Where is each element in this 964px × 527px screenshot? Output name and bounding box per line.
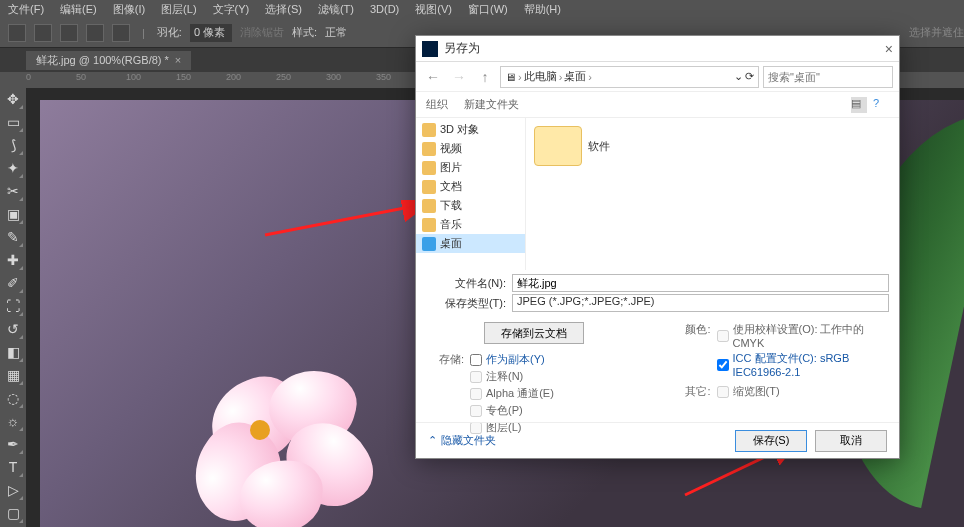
folder-icon [534,126,582,166]
path-tool[interactable]: ▷ [2,479,24,501]
breadcrumb-segment[interactable]: 桌面 [564,69,586,84]
filename-input[interactable] [512,274,889,292]
menu-window[interactable]: 窗口(W) [468,2,508,17]
pc-icon: 🖥 [505,71,516,83]
selection-add-icon[interactable] [60,24,78,42]
chk-copy[interactable]: 作为副本(Y) [470,352,643,367]
chevron-up-icon: ⌃ [428,434,437,447]
tree-item-selected: 桌面 [416,234,525,253]
ps-icon [422,41,438,57]
history-brush-tool[interactable]: ↺ [2,318,24,340]
crop-tool[interactable]: ✂ [2,180,24,202]
breadcrumb[interactable]: 🖥 › 此电脑 › 桌面 › ⌄ ⟳ [500,66,759,88]
help-icon[interactable]: ? [873,97,889,113]
gradient-tool[interactable]: ▦ [2,364,24,386]
dialog-toolbar: 组织 新建文件夹 ▤ ? [416,92,899,118]
menu-edit[interactable]: 编辑(E) [60,2,97,17]
annotation-arrow [260,200,430,240]
lasso-tool[interactable]: ⟆ [2,134,24,156]
select-mask-button[interactable]: 选择并遮住 [909,25,964,40]
tree-item: 音乐 [416,215,525,234]
document-tab[interactable]: 鲜花.jpg @ 100%(RGB/8) * × [26,51,191,70]
eyedropper-tool[interactable]: ✎ [2,226,24,248]
style-label: 样式: [292,25,317,40]
menu-3d[interactable]: 3D(D) [370,3,399,15]
antialias-label: 消除锯齿 [240,25,284,40]
folder-tree[interactable]: 3D 对象 视频 图片 文档 下载 音乐 桌面 [416,118,526,270]
main-menu-bar: 文件(F) 编辑(E) 图像(I) 图层(L) 文字(Y) 选择(S) 滤镜(T… [0,0,964,18]
healing-tool[interactable]: ✚ [2,249,24,271]
type-tool[interactable]: T [2,456,24,478]
filetype-combo[interactable]: JPEG (*.JPG;*.JPEG;*.JPE) [512,294,889,312]
menu-file[interactable]: 文件(F) [8,2,44,17]
chk-notes: 注释(N) [470,369,643,384]
folder-name: 软件 [588,139,610,154]
refresh-icon[interactable]: ⟳ [745,70,754,83]
pen-tool[interactable]: ✒ [2,433,24,455]
file-list[interactable]: 软件 [526,118,899,270]
menu-image[interactable]: 图像(I) [113,2,145,17]
menu-select[interactable]: 选择(S) [265,2,302,17]
feather-input[interactable] [190,24,232,42]
tree-item: 图片 [416,158,525,177]
tool-panel: ✥ ▭ ⟆ ✦ ✂ ▣ ✎ ✚ ✐ ⛶ ↺ ◧ ▦ ◌ ☼ ✒ T ▷ ▢ [0,72,26,527]
folder-item[interactable]: 软件 [534,126,610,166]
save-button[interactable]: 保存(S) [735,430,807,452]
tree-item: 3D 对象 [416,120,525,139]
search-input[interactable] [763,66,893,88]
organize-button[interactable]: 组织 [426,97,448,112]
dropdown-icon[interactable]: ⌄ [734,70,743,83]
menu-type[interactable]: 文字(Y) [213,2,250,17]
cancel-button[interactable]: 取消 [815,430,887,452]
tree-item: 文档 [416,177,525,196]
shape-tool[interactable]: ▢ [2,502,24,524]
nav-up-icon[interactable]: ↑ [474,66,496,88]
tool-preset-icon[interactable] [8,24,26,42]
menu-view[interactable]: 视图(V) [415,2,452,17]
wand-tool[interactable]: ✦ [2,157,24,179]
other-options-label: 其它: [673,384,711,401]
dialog-titlebar: 另存为 × [416,36,899,62]
chk-icc[interactable]: ICC 配置文件(C): sRGB IEC61966-2.1 [717,351,890,378]
stamp-tool[interactable]: ⛶ [2,295,24,317]
menu-help[interactable]: 帮助(H) [524,2,561,17]
new-folder-button[interactable]: 新建文件夹 [464,97,519,112]
menu-layer[interactable]: 图层(L) [161,2,196,17]
chk-proof: 使用校样设置(O): 工作中的 CMYK [717,322,890,349]
feather-label: 羽化: [157,25,182,40]
dialog-nav: ← → ↑ 🖥 › 此电脑 › 桌面 › ⌄ ⟳ [416,62,899,92]
brush-tool[interactable]: ✐ [2,272,24,294]
save-as-dialog: 另存为 × ← → ↑ 🖥 › 此电脑 › 桌面 › ⌄ ⟳ 组织 新建文件夹 … [415,35,900,459]
tree-item: 视频 [416,139,525,158]
filename-label: 文件名(N): [426,276,506,291]
selection-subtract-icon[interactable] [86,24,104,42]
hide-folders-link[interactable]: ⌃ 隐藏文件夹 [428,433,496,448]
options-separator: | [142,27,145,39]
dodge-tool[interactable]: ☼ [2,410,24,432]
nav-forward-icon[interactable]: → [448,66,470,88]
chk-alpha: Alpha 通道(E) [470,386,643,401]
view-options-icon[interactable]: ▤ [851,97,867,113]
document-tab-label: 鲜花.jpg @ 100%(RGB/8) * [36,53,169,68]
eraser-tool[interactable]: ◧ [2,341,24,363]
style-value[interactable]: 正常 [325,25,347,40]
tree-item: 下载 [416,196,525,215]
save-to-cloud-button[interactable]: 存储到云文档 [484,322,584,344]
move-tool[interactable]: ✥ [2,88,24,110]
filetype-label: 保存类型(T): [426,296,506,311]
menu-filter[interactable]: 滤镜(T) [318,2,354,17]
close-icon[interactable]: × [885,41,893,57]
nav-back-icon[interactable]: ← [422,66,444,88]
selection-intersect-icon[interactable] [112,24,130,42]
color-options-label: 颜色: [673,322,711,380]
blur-tool[interactable]: ◌ [2,387,24,409]
dialog-title: 另存为 [444,40,480,57]
chk-spot: 专色(P) [470,403,643,418]
close-tab-icon[interactable]: × [175,54,181,66]
frame-tool[interactable]: ▣ [2,203,24,225]
selection-new-icon[interactable] [34,24,52,42]
marquee-tool[interactable]: ▭ [2,111,24,133]
breadcrumb-root[interactable]: 此电脑 [524,69,557,84]
chk-thumb: 缩览图(T) [717,384,890,399]
